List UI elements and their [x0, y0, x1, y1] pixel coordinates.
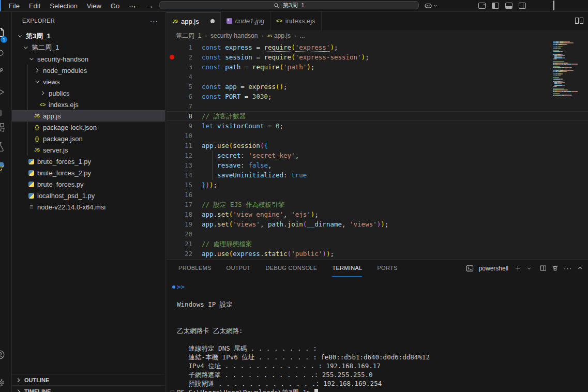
code-line-8[interactable]: 8// 訪客計數器 — [167, 111, 588, 121]
explorer-more-actions-icon[interactable]: ··· — [150, 17, 158, 25]
code-line-16[interactable]: 16 — [167, 190, 588, 200]
minimap[interactable] — [553, 41, 585, 96]
search-icon[interactable] — [0, 48, 7, 61]
remote-icon[interactable] — [0, 107, 7, 119]
menu-selection[interactable]: Selection — [45, 2, 82, 10]
tree-item-app.js[interactable]: JSapp.js — [12, 110, 165, 122]
code-line-6[interactable]: 6const PORT = 3030; — [167, 92, 588, 101]
panel-tab-terminal[interactable]: TERMINAL — [332, 260, 362, 277]
tree-item-package.json[interactable]: {}package.json — [12, 133, 165, 144]
code-line-1[interactable]: 1const express = require('express'); — [167, 42, 588, 52]
menu-file[interactable]: File — [4, 2, 24, 10]
breadcrumb-item[interactable]: 第二周_1 — [176, 32, 201, 40]
breakpoint-margin[interactable] — [167, 190, 177, 200]
menu-go[interactable]: Go — [106, 2, 124, 10]
breakpoint-margin[interactable] — [167, 160, 177, 170]
code-line-18[interactable]: 18app.set('view engine', 'ejs'); — [167, 209, 588, 219]
testing-icon[interactable] — [0, 141, 7, 154]
new-terminal-icon[interactable] — [515, 265, 521, 272]
breakpoint-margin[interactable] — [167, 249, 177, 259]
breakpoint-margin[interactable] — [167, 121, 177, 131]
breakpoint-margin[interactable] — [167, 111, 177, 121]
nav-forward-icon[interactable]: → — [146, 2, 154, 10]
tree-item-_3__1[interactable]: 第3周_1 — [12, 31, 165, 42]
account-icon[interactable] — [0, 349, 7, 361]
code-line-7[interactable]: 7 — [167, 101, 588, 111]
breakpoint-margin[interactable] — [167, 239, 177, 249]
settings-icon[interactable] — [0, 377, 7, 389]
breakpoint-margin[interactable] — [167, 62, 177, 72]
breakpoint-margin[interactable] — [167, 52, 177, 62]
tree-item-node_modules[interactable]: node_modules — [12, 65, 165, 76]
code-line-3[interactable]: 3const path = require('path'); — [167, 62, 588, 72]
breakpoint-margin[interactable] — [167, 180, 177, 190]
outline-section[interactable]: OUTLINE — [12, 374, 165, 386]
code-line-22[interactable]: 22app.use(express.static('public')); — [167, 249, 588, 259]
breakpoint-margin[interactable] — [167, 170, 177, 180]
code-editor[interactable]: 1const express = require('express');2con… — [167, 41, 588, 260]
terminal-prompt[interactable]: PS C:\Users\User\Downloads\第3周_1> — [177, 388, 588, 392]
panel-more-actions-icon[interactable]: ··· — [564, 264, 572, 272]
breakpoint-margin[interactable] — [167, 200, 177, 209]
modified-dot-icon[interactable] — [210, 19, 215, 23]
menu-view[interactable]: View — [82, 2, 106, 10]
tree-item-server.js[interactable]: JSserver.js — [12, 144, 165, 156]
tree-item-node-v22.14.0-x64.msi[interactable]: ≡node-v22.14.0-x64.msi — [12, 201, 165, 213]
tab-app.js[interactable]: JSapp.js — [167, 12, 221, 30]
terminal-dropdown-icon[interactable] — [526, 266, 532, 271]
toggle-secondary-sidebar-icon[interactable] — [519, 3, 526, 9]
breakpoint-icon[interactable] — [170, 55, 174, 59]
panel-tab-debug-console[interactable]: DEBUG CONSOLE — [266, 260, 318, 277]
breakpoint-margin[interactable] — [167, 150, 177, 160]
terminal-output[interactable]: >> Windows IP 設定 乙太網路卡 乙太網路: 連線特定 DNS 尾碼… — [177, 282, 588, 392]
python-icon[interactable] — [0, 161, 7, 173]
code-line-11[interactable]: 11app.use(session({ — [167, 141, 588, 150]
breadcrumb-item[interactable]: security-handson — [210, 32, 258, 39]
tree-item-localhost_psd_1.py[interactable]: localhost_psd_1.py — [12, 190, 165, 201]
run-debug-icon[interactable] — [0, 86, 7, 99]
breakpoint-margin[interactable] — [167, 131, 177, 141]
nav-back-icon[interactable]: ← — [132, 2, 140, 10]
code-line-21[interactable]: 21// 處理靜態檔案 — [167, 239, 588, 249]
code-line-14[interactable]: 14 saveUninitialized: true — [167, 170, 588, 180]
breakpoint-margin[interactable] — [167, 42, 177, 52]
split-editor-icon[interactable] — [575, 18, 583, 24]
copilot-button[interactable] — [424, 2, 438, 9]
tree-item-__1[interactable]: 第二周_1 — [12, 42, 165, 53]
timeline-section[interactable]: TIMELINE — [12, 385, 165, 392]
code-line-20[interactable]: 20 — [167, 229, 588, 239]
panel-tab-ports[interactable]: PORTS — [377, 260, 397, 277]
breakpoint-margin[interactable] — [167, 219, 177, 229]
code-line-10[interactable]: 10 — [167, 131, 588, 141]
panel-tab-problems[interactable]: PROBLEMS — [178, 260, 212, 277]
breakpoint-margin[interactable] — [167, 141, 177, 150]
breakpoint-margin[interactable] — [167, 82, 177, 92]
kill-terminal-icon[interactable] — [552, 265, 559, 272]
tree-item-brute_forces_1.py[interactable]: brute_forces_1.py — [12, 156, 165, 167]
customize-layout-icon[interactable]: •• — [478, 3, 486, 9]
code-line-17[interactable]: 17// 設定 EJS 作為模板引擎 — [167, 200, 588, 209]
source-control-icon[interactable] — [0, 67, 7, 79]
split-terminal-icon[interactable] — [540, 265, 547, 272]
code-line-13[interactable]: 13 resave: false, — [167, 160, 588, 170]
tree-item-brute_forces_2.py[interactable]: brute_forces_2.py — [12, 167, 165, 178]
code-line-9[interactable]: 9let visitorCount = 0; — [167, 121, 588, 131]
code-line-4[interactable]: 4 — [167, 72, 588, 82]
breakpoint-margin[interactable] — [167, 209, 177, 219]
tree-item-views[interactable]: views — [12, 76, 165, 87]
breakpoint-margin[interactable] — [167, 101, 177, 111]
tree-item-security-handson[interactable]: security-handson — [12, 53, 165, 65]
toggle-panel-icon[interactable] — [505, 3, 512, 9]
maximize-panel-icon[interactable] — [577, 265, 583, 271]
code-line-19[interactable]: 19app.set('views', path.join(__dirname, … — [167, 219, 588, 229]
tab-indexs.ejs[interactable]: <>indexs.ejs — [270, 12, 322, 30]
breakpoint-margin[interactable] — [167, 92, 177, 101]
menu-edit[interactable]: Edit — [24, 2, 45, 10]
breadcrumb-item[interactable]: ... — [300, 32, 305, 39]
maximize-button[interactable] — [553, 1, 554, 10]
tree-item-indexs.ejs[interactable]: <>indexs.ejs — [12, 99, 165, 110]
tree-item-publics[interactable]: publics — [12, 87, 165, 99]
extensions-icon[interactable] — [0, 122, 7, 134]
breadcrumb-item[interactable]: JSapp.js — [267, 32, 291, 39]
breakpoint-margin[interactable] — [167, 72, 177, 82]
